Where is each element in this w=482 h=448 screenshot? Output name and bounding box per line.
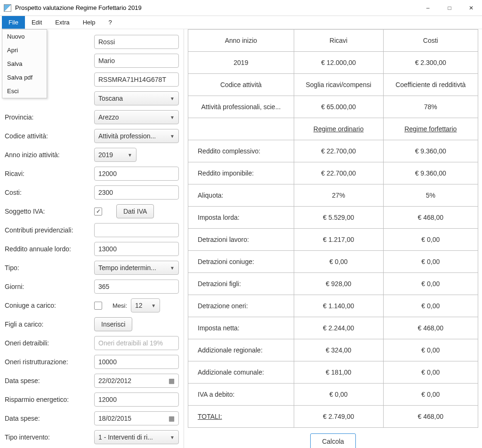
row-forf: € 0,00 — [383, 229, 478, 251]
input-oneri-ristrutturazione[interactable] — [94, 355, 179, 369]
combo-tipo-intervento[interactable]: 1 - Interventi di ri... ▼ — [94, 430, 179, 444]
combo-anno-inizio[interactable]: 2019 ▼ — [94, 148, 137, 162]
header-regime-forfettario: Regime forfettario — [383, 118, 478, 140]
results-pane: Anno inizio Ricavi Costi 2019 € 12.000,0… — [184, 29, 482, 448]
combo-mesi[interactable]: 12 ▼ — [131, 298, 160, 312]
chevron-down-icon: ▼ — [170, 96, 175, 101]
input-risparmio[interactable] — [94, 392, 179, 407]
menu-file[interactable]: File — [2, 16, 25, 29]
row-label: Reddito imponibile: — [188, 162, 294, 184]
row-forf: € 0,00 — [383, 339, 478, 361]
row-forf: € 9.360,00 — [383, 140, 478, 162]
header-empty — [188, 118, 294, 140]
date-spese-2-value: 18/02/2015 — [98, 415, 131, 422]
row-label: Detrazione oneri: — [188, 295, 294, 317]
row-forf: € 0,00 — [383, 384, 478, 406]
file-menu-nuovo[interactable]: Nuovo — [2, 30, 47, 43]
total-forf: € 468,00 — [383, 406, 478, 428]
label-soggetto-iva: Soggetto IVA: — [5, 208, 94, 215]
row-label: Detrazioni lavoro: — [188, 229, 294, 251]
input-cognome[interactable] — [94, 35, 179, 49]
chevron-down-icon: ▼ — [170, 435, 175, 440]
menu-edit[interactable]: Edit — [25, 16, 48, 29]
file-menu-salva-pdf[interactable]: Salva pdf — [2, 71, 47, 84]
row-forf: € 468,00 — [383, 317, 478, 339]
window-minimize-button[interactable]: – — [417, 0, 439, 16]
menu-about[interactable]: ? — [102, 16, 118, 29]
menu-help[interactable]: Help — [76, 16, 102, 29]
header-ricavi: Ricavi — [294, 30, 383, 52]
chevron-down-icon: ▼ — [151, 303, 156, 308]
button-calcola[interactable]: Calcola — [310, 433, 356, 448]
header-anno: Anno inizio — [188, 30, 294, 52]
file-dropdown: Nuovo Apri Salva Salva pdf Esci — [2, 29, 47, 98]
button-dati-iva[interactable]: Dati IVA — [116, 204, 154, 218]
label-reddito-lordo: Reddito annuale lordo: — [5, 245, 94, 253]
row-label: Detrazioni figli: — [188, 273, 294, 295]
date-spese-1[interactable]: 22/02/2012 ▦ — [94, 374, 179, 388]
row-forf: € 0,00 — [383, 273, 478, 295]
input-reddito-lordo[interactable] — [94, 242, 179, 256]
row-ord: 27% — [294, 184, 383, 207]
date-spese-1-value: 22/02/2012 — [98, 377, 131, 384]
combo-regione[interactable]: Toscana ▼ — [94, 91, 179, 105]
header-costi: Costi — [383, 30, 478, 52]
file-menu-esci[interactable]: Esci — [2, 84, 47, 98]
label-giorni: Giorni: — [5, 283, 94, 290]
row-ord: € 1.140,00 — [294, 295, 383, 317]
input-giorni[interactable] — [94, 280, 179, 294]
combo-provincia-value: Arezzo — [98, 113, 119, 121]
cell-coef: 78% — [383, 96, 478, 118]
combo-mesi-value: 12 — [135, 302, 143, 309]
combo-anno-inizio-value: 2019 — [98, 151, 113, 159]
row-ord: € 928,00 — [294, 273, 383, 295]
input-costi[interactable] — [94, 185, 179, 200]
row-ord: € 22.700,00 — [294, 162, 383, 184]
window-close-button[interactable]: ✕ — [460, 0, 482, 16]
label-anno-inizio: Anno inizio attività: — [5, 151, 94, 159]
titlebar: Prospetto valutazione Regime Forfettario… — [0, 0, 482, 16]
combo-tipo-intervento-value: 1 - Interventi di ri... — [98, 433, 153, 441]
row-ord: € 22.700,00 — [294, 140, 383, 162]
row-label: Addizionale regionale: — [188, 339, 294, 361]
combo-tipo[interactable]: Tempo indetermin... ▼ — [94, 261, 179, 275]
combo-regione-value: Toscana — [98, 95, 123, 102]
label-figli: Figli a carico: — [5, 320, 94, 328]
input-contributi[interactable] — [94, 223, 179, 237]
window-title: Prospetto valutazione Regime Forfettario… — [15, 4, 142, 11]
cell-costi: € 2.300,00 — [383, 52, 478, 74]
input-nome[interactable] — [94, 54, 179, 68]
input-oneri-detraibili[interactable] — [94, 336, 179, 350]
menu-extra[interactable]: Extra — [48, 16, 76, 29]
header-coef: Coefficiente di redditivtà — [383, 74, 478, 96]
cell-ricavi: € 12.000,00 — [294, 52, 383, 74]
checkbox-coniuge[interactable] — [94, 302, 102, 310]
input-codice-fiscale[interactable] — [94, 72, 179, 87]
row-ord: € 181,00 — [294, 361, 383, 384]
app-icon — [4, 4, 11, 12]
combo-codice-attivita-value: Attività profession... — [98, 132, 156, 140]
checkbox-soggetto-iva[interactable]: ✓ — [94, 208, 102, 216]
label-risparmio: Risparmio energetico: — [5, 396, 94, 403]
row-forf: € 9.360,00 — [383, 162, 478, 184]
label-data-spese-1: Data spese: — [5, 377, 94, 384]
menubar: File Edit Extra Help ? Nuovo Apri Salva … — [0, 16, 482, 29]
file-menu-apri[interactable]: Apri — [2, 43, 47, 57]
window-maximize-button[interactable]: □ — [439, 0, 460, 16]
date-spese-2[interactable]: 18/02/2015 ▦ — [94, 411, 179, 425]
chevron-down-icon: ▼ — [170, 134, 175, 139]
row-ord: € 324,00 — [294, 339, 383, 361]
label-data-spese-2: Data spese: — [5, 415, 94, 422]
button-inserisci-figli[interactable]: Inserisci — [94, 317, 132, 331]
cell-anno: 2019 — [188, 52, 294, 74]
combo-provincia[interactable]: Arezzo ▼ — [94, 110, 179, 124]
row-forf: € 468,00 — [383, 207, 478, 229]
combo-tipo-value: Tempo indetermin... — [98, 264, 156, 272]
label-tipo: Tipo: — [5, 264, 94, 272]
row-label: IVA a debito: — [188, 384, 294, 406]
label-contributi: Contributi previdenziali: — [5, 226, 94, 234]
input-ricavi[interactable] — [94, 167, 179, 181]
row-label: Imposta lorda: — [188, 207, 294, 229]
combo-codice-attivita[interactable]: Attività profession... ▼ — [94, 129, 179, 143]
file-menu-salva[interactable]: Salva — [2, 57, 47, 71]
